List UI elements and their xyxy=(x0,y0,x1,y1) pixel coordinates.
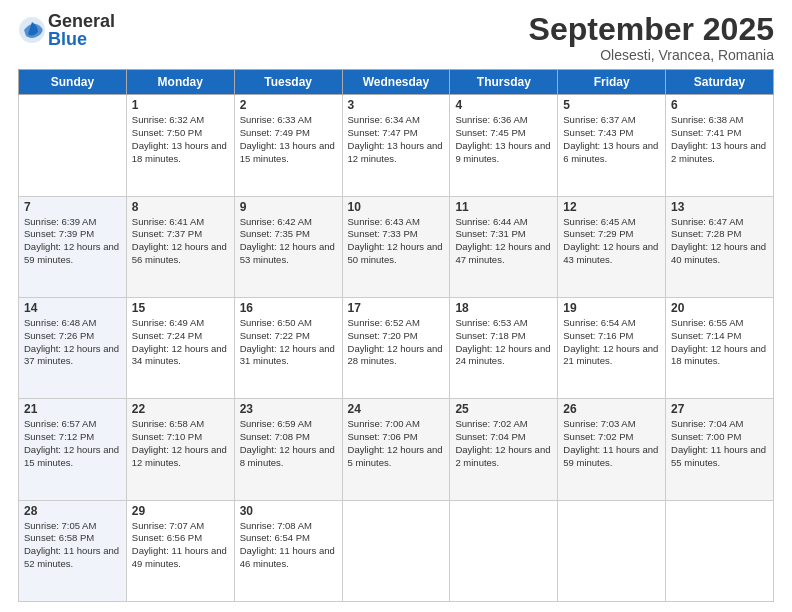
day-cell xyxy=(342,500,450,601)
day-info: Sunrise: 6:53 AMSunset: 7:18 PMDaylight:… xyxy=(455,317,552,368)
weekday-header-thursday: Thursday xyxy=(450,70,558,95)
day-info: Sunrise: 6:54 AMSunset: 7:16 PMDaylight:… xyxy=(563,317,660,368)
day-number: 29 xyxy=(132,504,229,518)
day-info: Sunrise: 6:38 AMSunset: 7:41 PMDaylight:… xyxy=(671,114,768,165)
logo-general: General xyxy=(48,12,115,30)
day-number: 13 xyxy=(671,200,768,214)
day-number: 27 xyxy=(671,402,768,416)
day-info: Sunrise: 6:43 AMSunset: 7:33 PMDaylight:… xyxy=(348,216,445,267)
day-cell: 12Sunrise: 6:45 AMSunset: 7:29 PMDayligh… xyxy=(558,196,666,297)
day-number: 11 xyxy=(455,200,552,214)
day-number: 15 xyxy=(132,301,229,315)
day-cell: 2Sunrise: 6:33 AMSunset: 7:49 PMDaylight… xyxy=(234,95,342,196)
day-cell: 5Sunrise: 6:37 AMSunset: 7:43 PMDaylight… xyxy=(558,95,666,196)
day-cell: 16Sunrise: 6:50 AMSunset: 7:22 PMDayligh… xyxy=(234,297,342,398)
day-number: 7 xyxy=(24,200,121,214)
day-info: Sunrise: 6:45 AMSunset: 7:29 PMDaylight:… xyxy=(563,216,660,267)
day-info: Sunrise: 6:44 AMSunset: 7:31 PMDaylight:… xyxy=(455,216,552,267)
day-cell: 3Sunrise: 6:34 AMSunset: 7:47 PMDaylight… xyxy=(342,95,450,196)
day-info: Sunrise: 6:36 AMSunset: 7:45 PMDaylight:… xyxy=(455,114,552,165)
day-cell: 23Sunrise: 6:59 AMSunset: 7:08 PMDayligh… xyxy=(234,399,342,500)
day-info: Sunrise: 6:50 AMSunset: 7:22 PMDaylight:… xyxy=(240,317,337,368)
day-number: 4 xyxy=(455,98,552,112)
logo-icon xyxy=(18,16,46,44)
day-cell: 4Sunrise: 6:36 AMSunset: 7:45 PMDaylight… xyxy=(450,95,558,196)
weekday-header-wednesday: Wednesday xyxy=(342,70,450,95)
weekday-header-saturday: Saturday xyxy=(666,70,774,95)
day-number: 25 xyxy=(455,402,552,416)
logo: General Blue xyxy=(18,12,115,48)
day-info: Sunrise: 6:48 AMSunset: 7:26 PMDaylight:… xyxy=(24,317,121,368)
day-cell xyxy=(19,95,127,196)
day-number: 28 xyxy=(24,504,121,518)
day-info: Sunrise: 7:05 AMSunset: 6:58 PMDaylight:… xyxy=(24,520,121,571)
day-info: Sunrise: 6:55 AMSunset: 7:14 PMDaylight:… xyxy=(671,317,768,368)
week-row-2: 7Sunrise: 6:39 AMSunset: 7:39 PMDaylight… xyxy=(19,196,774,297)
week-row-5: 28Sunrise: 7:05 AMSunset: 6:58 PMDayligh… xyxy=(19,500,774,601)
day-number: 19 xyxy=(563,301,660,315)
day-info: Sunrise: 6:58 AMSunset: 7:10 PMDaylight:… xyxy=(132,418,229,469)
week-row-4: 21Sunrise: 6:57 AMSunset: 7:12 PMDayligh… xyxy=(19,399,774,500)
weekday-header-friday: Friday xyxy=(558,70,666,95)
day-number: 26 xyxy=(563,402,660,416)
day-cell: 15Sunrise: 6:49 AMSunset: 7:24 PMDayligh… xyxy=(126,297,234,398)
calendar-table: SundayMondayTuesdayWednesdayThursdayFrid… xyxy=(18,69,774,602)
day-info: Sunrise: 7:04 AMSunset: 7:00 PMDaylight:… xyxy=(671,418,768,469)
day-number: 16 xyxy=(240,301,337,315)
day-cell: 13Sunrise: 6:47 AMSunset: 7:28 PMDayligh… xyxy=(666,196,774,297)
day-info: Sunrise: 6:42 AMSunset: 7:35 PMDaylight:… xyxy=(240,216,337,267)
day-number: 8 xyxy=(132,200,229,214)
day-number: 18 xyxy=(455,301,552,315)
week-row-3: 14Sunrise: 6:48 AMSunset: 7:26 PMDayligh… xyxy=(19,297,774,398)
day-cell: 28Sunrise: 7:05 AMSunset: 6:58 PMDayligh… xyxy=(19,500,127,601)
day-info: Sunrise: 6:52 AMSunset: 7:20 PMDaylight:… xyxy=(348,317,445,368)
week-row-1: 1Sunrise: 6:32 AMSunset: 7:50 PMDaylight… xyxy=(19,95,774,196)
day-info: Sunrise: 6:41 AMSunset: 7:37 PMDaylight:… xyxy=(132,216,229,267)
day-info: Sunrise: 6:39 AMSunset: 7:39 PMDaylight:… xyxy=(24,216,121,267)
day-number: 21 xyxy=(24,402,121,416)
day-info: Sunrise: 6:34 AMSunset: 7:47 PMDaylight:… xyxy=(348,114,445,165)
day-cell: 29Sunrise: 7:07 AMSunset: 6:56 PMDayligh… xyxy=(126,500,234,601)
month-title: September 2025 xyxy=(529,12,774,47)
day-cell: 22Sunrise: 6:58 AMSunset: 7:10 PMDayligh… xyxy=(126,399,234,500)
day-info: Sunrise: 7:02 AMSunset: 7:04 PMDaylight:… xyxy=(455,418,552,469)
day-cell: 7Sunrise: 6:39 AMSunset: 7:39 PMDaylight… xyxy=(19,196,127,297)
day-cell xyxy=(558,500,666,601)
day-info: Sunrise: 6:32 AMSunset: 7:50 PMDaylight:… xyxy=(132,114,229,165)
day-cell: 6Sunrise: 6:38 AMSunset: 7:41 PMDaylight… xyxy=(666,95,774,196)
day-cell: 20Sunrise: 6:55 AMSunset: 7:14 PMDayligh… xyxy=(666,297,774,398)
day-cell: 24Sunrise: 7:00 AMSunset: 7:06 PMDayligh… xyxy=(342,399,450,500)
day-cell: 8Sunrise: 6:41 AMSunset: 7:37 PMDaylight… xyxy=(126,196,234,297)
day-number: 20 xyxy=(671,301,768,315)
day-cell xyxy=(450,500,558,601)
day-number: 23 xyxy=(240,402,337,416)
day-number: 5 xyxy=(563,98,660,112)
day-info: Sunrise: 6:57 AMSunset: 7:12 PMDaylight:… xyxy=(24,418,121,469)
logo-text: General Blue xyxy=(48,12,115,48)
day-number: 10 xyxy=(348,200,445,214)
day-cell: 9Sunrise: 6:42 AMSunset: 7:35 PMDaylight… xyxy=(234,196,342,297)
day-number: 12 xyxy=(563,200,660,214)
day-number: 3 xyxy=(348,98,445,112)
day-cell: 21Sunrise: 6:57 AMSunset: 7:12 PMDayligh… xyxy=(19,399,127,500)
day-info: Sunrise: 6:49 AMSunset: 7:24 PMDaylight:… xyxy=(132,317,229,368)
day-number: 24 xyxy=(348,402,445,416)
location-title: Olesesti, Vrancea, Romania xyxy=(529,47,774,63)
day-number: 6 xyxy=(671,98,768,112)
day-cell: 18Sunrise: 6:53 AMSunset: 7:18 PMDayligh… xyxy=(450,297,558,398)
day-info: Sunrise: 7:03 AMSunset: 7:02 PMDaylight:… xyxy=(563,418,660,469)
day-number: 30 xyxy=(240,504,337,518)
day-cell: 17Sunrise: 6:52 AMSunset: 7:20 PMDayligh… xyxy=(342,297,450,398)
day-cell: 26Sunrise: 7:03 AMSunset: 7:02 PMDayligh… xyxy=(558,399,666,500)
day-cell: 19Sunrise: 6:54 AMSunset: 7:16 PMDayligh… xyxy=(558,297,666,398)
day-number: 22 xyxy=(132,402,229,416)
day-cell: 27Sunrise: 7:04 AMSunset: 7:00 PMDayligh… xyxy=(666,399,774,500)
day-info: Sunrise: 6:59 AMSunset: 7:08 PMDaylight:… xyxy=(240,418,337,469)
day-cell xyxy=(666,500,774,601)
day-info: Sunrise: 6:33 AMSunset: 7:49 PMDaylight:… xyxy=(240,114,337,165)
weekday-header-monday: Monday xyxy=(126,70,234,95)
day-number: 9 xyxy=(240,200,337,214)
day-cell: 25Sunrise: 7:02 AMSunset: 7:04 PMDayligh… xyxy=(450,399,558,500)
day-cell: 30Sunrise: 7:08 AMSunset: 6:54 PMDayligh… xyxy=(234,500,342,601)
logo-blue: Blue xyxy=(48,30,115,48)
